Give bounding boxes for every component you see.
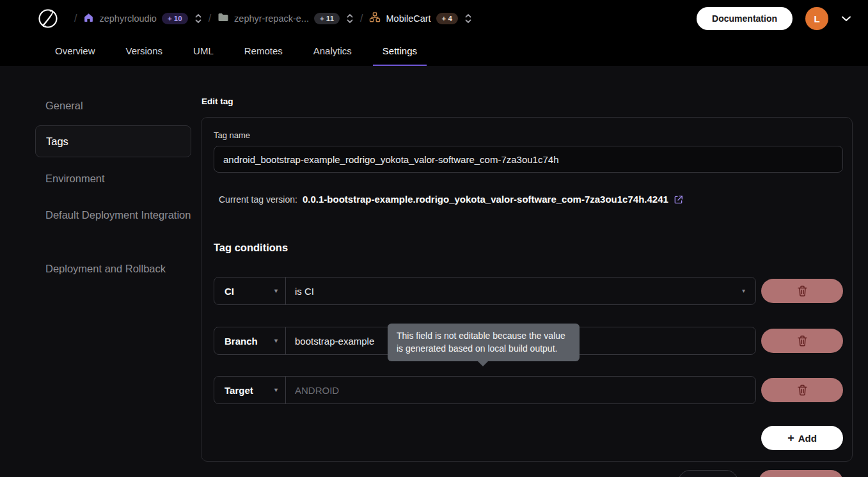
condition-value-select[interactable]: is CI ▾ bbox=[286, 278, 755, 304]
nav-tabs: Overview Versions UML Remotes Analytics … bbox=[0, 37, 868, 66]
tab-remotes[interactable]: Remotes bbox=[235, 37, 292, 66]
tag-conditions-title: Tag conditions bbox=[214, 242, 288, 254]
tooltip-arrow bbox=[477, 361, 489, 366]
condition-row-ci: CI ▾ is CI ▾ bbox=[214, 277, 756, 305]
chevron-down-icon: ▾ bbox=[274, 288, 278, 294]
home-icon bbox=[83, 12, 94, 26]
breadcrumb-separator: / bbox=[209, 13, 211, 24]
zephyr-logo-icon[interactable] bbox=[36, 6, 60, 31]
org-label[interactable]: zephyrcloudio bbox=[99, 13, 156, 24]
delete-condition-button[interactable] bbox=[761, 329, 843, 353]
breadcrumb-separator: / bbox=[360, 13, 363, 24]
sidebar-item-general[interactable]: General bbox=[45, 97, 83, 114]
tab-settings[interactable]: Settings bbox=[373, 37, 427, 66]
breadcrumb-separator: / bbox=[74, 13, 77, 24]
breadcrumb-org[interactable]: zephyrcloudio + 10 bbox=[83, 12, 201, 26]
sidebar-item-label: Tags bbox=[46, 136, 68, 148]
edit-tag-panel: Tag name Current tag version: 0.0.1-boot… bbox=[201, 117, 853, 462]
sidebar-item-tags[interactable]: Tags bbox=[35, 125, 191, 157]
breadcrumb-repo[interactable]: zephyr-repack-e... + 11 bbox=[217, 12, 354, 25]
repo-label[interactable]: zephyr-repack-e... bbox=[234, 13, 309, 24]
tooltip-text: This field is not editable because the v… bbox=[397, 331, 565, 354]
app-switcher-chevrons-icon[interactable] bbox=[464, 12, 472, 25]
current-version-value: 0.0.1-bootstrap-example.rodrigo_yokota_v… bbox=[303, 194, 668, 205]
delete-condition-button[interactable] bbox=[761, 279, 843, 303]
not-editable-tooltip: This field is not editable because the v… bbox=[388, 324, 580, 361]
breadcrumb-app[interactable]: MobileCart + 4 bbox=[369, 12, 471, 26]
tab-uml[interactable]: UML bbox=[184, 37, 223, 66]
partial-secondary-button[interactable] bbox=[678, 470, 738, 477]
condition-value-label: ANDROID bbox=[295, 385, 339, 396]
chevron-down-icon: ▾ bbox=[742, 288, 745, 294]
condition-type-label: Branch bbox=[225, 336, 258, 347]
condition-type-select[interactable]: Target ▾ bbox=[214, 377, 286, 403]
condition-value-field-disabled: ANDROID bbox=[286, 377, 755, 403]
repo-count-badge: + 11 bbox=[314, 13, 340, 24]
delete-condition-button[interactable] bbox=[761, 378, 843, 402]
add-condition-button[interactable]: + Add bbox=[761, 426, 843, 450]
tag-name-input[interactable] bbox=[214, 146, 843, 173]
condition-type-label: CI bbox=[225, 286, 234, 297]
user-menu-chevron-down-icon[interactable] bbox=[841, 15, 851, 22]
documentation-button[interactable]: Documentation bbox=[697, 7, 793, 30]
tag-name-label: Tag name bbox=[214, 130, 250, 140]
condition-type-select[interactable]: CI ▾ bbox=[214, 278, 286, 304]
sidebar-item-deployment-and-rollback[interactable]: Deployment and Rollback bbox=[45, 260, 199, 278]
org-count-badge: + 10 bbox=[162, 13, 188, 24]
page-title: Edit tag bbox=[201, 97, 233, 106]
condition-type-label: Target bbox=[225, 385, 253, 396]
chevron-down-icon: ▾ bbox=[274, 387, 278, 393]
sidebar-item-default-deployment-integration[interactable]: Default Deployment Integration bbox=[45, 207, 191, 224]
app-count-badge: + 4 bbox=[436, 13, 458, 24]
breadcrumb: / zephyrcloudio + 10 / zephyr-r bbox=[0, 0, 868, 37]
topbar: / zephyrcloudio + 10 / zephyr-r bbox=[0, 0, 868, 66]
condition-value-label: bootstrap-example bbox=[295, 336, 374, 347]
external-link-icon[interactable] bbox=[674, 194, 684, 205]
avatar[interactable]: L bbox=[805, 7, 828, 30]
topbar-right-cluster: Documentation L bbox=[697, 7, 851, 30]
tab-analytics[interactable]: Analytics bbox=[304, 37, 361, 66]
current-version-label: Current tag version: bbox=[219, 194, 297, 205]
condition-value-label: is CI bbox=[295, 286, 314, 297]
tab-overview[interactable]: Overview bbox=[45, 37, 105, 66]
org-switcher-chevrons-icon[interactable] bbox=[194, 12, 202, 25]
tab-versions[interactable]: Versions bbox=[116, 37, 173, 66]
partial-danger-button[interactable] bbox=[759, 470, 843, 477]
app-hierarchy-icon bbox=[369, 12, 381, 26]
chevron-down-icon: ▾ bbox=[274, 338, 278, 344]
condition-row-target: Target ▾ ANDROID bbox=[214, 376, 756, 404]
app-label[interactable]: MobileCart bbox=[386, 13, 430, 24]
current-version-line: Current tag version: 0.0.1-bootstrap-exa… bbox=[219, 194, 684, 205]
sidebar-item-environment[interactable]: Environment bbox=[45, 170, 105, 187]
folder-icon bbox=[217, 12, 229, 25]
repo-switcher-chevrons-icon[interactable] bbox=[346, 12, 354, 25]
add-button-label: Add bbox=[798, 433, 817, 444]
plus-icon: + bbox=[787, 432, 794, 445]
condition-type-select[interactable]: Branch ▾ bbox=[214, 327, 286, 354]
